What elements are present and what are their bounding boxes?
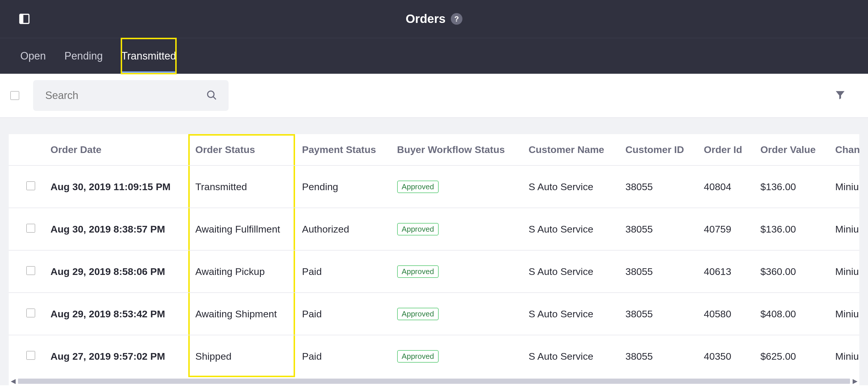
status-badge: Approved [397, 308, 439, 320]
cell-payment-status: Paid [295, 250, 390, 293]
table-row[interactable]: Aug 30, 2019 8:38:57 PMAwaiting Fulfillm… [9, 208, 859, 250]
svg-line-3 [213, 97, 216, 99]
sidebar-toggle-button[interactable] [18, 12, 31, 26]
cell-channel: Minium Full Po [828, 335, 859, 377]
scroll-left-arrow-icon[interactable]: ◀ [9, 378, 18, 385]
cell-payment-status: Pending [295, 166, 390, 208]
cell-customer-id: 38055 [619, 335, 697, 377]
page-title: Orders [406, 12, 445, 26]
column-header[interactable]: Order Id [697, 134, 753, 166]
cell-channel: Minium Full Po [828, 250, 859, 293]
cell-order-id: 40580 [697, 293, 753, 335]
column-header[interactable]: Customer Name [522, 134, 619, 166]
cell-order-status: Shipped [188, 335, 295, 377]
tab-pending[interactable]: Pending [64, 38, 103, 74]
cell-payment-status: Paid [295, 293, 390, 335]
cell-order-date: Aug 30, 2019 11:09:15 PM [43, 166, 188, 208]
row-checkbox[interactable] [26, 266, 35, 275]
panel-left-icon [18, 13, 30, 25]
cell-payment-status: Paid [295, 335, 390, 377]
column-header[interactable]: Payment Status [295, 134, 390, 166]
cell-customer-id: 38055 [619, 208, 697, 250]
cell-channel: Minium Full Po [828, 293, 859, 335]
search-box [33, 80, 228, 111]
svg-rect-1 [20, 14, 23, 24]
row-checkbox-cell [9, 335, 43, 377]
horizontal-scrollbar[interactable]: ◀ ▶ [9, 377, 859, 385]
tab-open[interactable]: Open [20, 38, 46, 74]
cell-order-value: $360.00 [753, 250, 828, 293]
tabs-bar: OpenPendingTransmitted [0, 38, 868, 74]
row-checkbox[interactable] [26, 224, 35, 233]
cell-customer-id: 38055 [619, 250, 697, 293]
cell-order-date: Aug 27, 2019 9:57:02 PM [43, 335, 188, 377]
toolbar [0, 74, 868, 118]
help-icon[interactable]: ? [451, 13, 462, 25]
cell-order-id: 40350 [697, 335, 753, 377]
tab-label: Pending [64, 50, 103, 62]
cell-order-value: $408.00 [753, 293, 828, 335]
cell-customer-id: 38055 [619, 293, 697, 335]
status-badge: Approved [397, 223, 439, 235]
cell-customer-name: S Auto Service [522, 208, 619, 250]
content-area: Order DateOrder StatusPayment StatusBuye… [0, 118, 868, 385]
column-header[interactable]: Order Status [188, 134, 295, 166]
cell-order-status: Awaiting Shipment [188, 293, 295, 335]
status-badge: Approved [397, 265, 439, 278]
table-row[interactable]: Aug 29, 2019 8:53:42 PMAwaiting Shipment… [9, 293, 859, 335]
cell-buyer-workflow-status: Approved [390, 293, 522, 335]
cell-customer-id: 38055 [619, 166, 697, 208]
cell-order-value: $136.00 [753, 208, 828, 250]
row-checkbox[interactable] [26, 351, 35, 360]
column-header[interactable]: Customer ID [619, 134, 697, 166]
row-checkbox-cell [9, 250, 43, 293]
filter-icon[interactable] [834, 89, 846, 102]
cell-buyer-workflow-status: Approved [390, 250, 522, 293]
scroll-track[interactable] [18, 379, 850, 384]
cell-buyer-workflow-status: Approved [390, 166, 522, 208]
app-header: Orders ? [0, 0, 868, 38]
scroll-right-arrow-icon[interactable]: ▶ [850, 378, 859, 385]
column-header[interactable]: Buyer Workflow Status [390, 134, 522, 166]
search-input[interactable] [33, 80, 228, 111]
column-header[interactable]: Order Date [43, 134, 188, 166]
tab-transmitted[interactable]: Transmitted [121, 38, 176, 74]
cell-order-id: 40759 [697, 208, 753, 250]
cell-order-date: Aug 29, 2019 8:58:06 PM [43, 250, 188, 293]
table-row[interactable]: Aug 27, 2019 9:57:02 PMShippedPaidApprov… [9, 335, 859, 377]
cell-order-value: $625.00 [753, 335, 828, 377]
cell-customer-name: S Auto Service [522, 166, 619, 208]
row-checkbox[interactable] [26, 181, 35, 190]
row-checkbox[interactable] [26, 308, 35, 317]
cell-buyer-workflow-status: Approved [390, 208, 522, 250]
cell-customer-name: S Auto Service [522, 335, 619, 377]
tab-label: Transmitted [121, 50, 176, 62]
cell-order-status: Awaiting Pickup [188, 250, 295, 293]
cell-order-date: Aug 29, 2019 8:53:42 PM [43, 293, 188, 335]
cell-buyer-workflow-status: Approved [390, 335, 522, 377]
cell-order-status: Awaiting Fulfillment [188, 208, 295, 250]
table-row[interactable]: Aug 29, 2019 8:58:06 PMAwaiting PickupPa… [9, 250, 859, 293]
column-header[interactable]: Order Value [753, 134, 828, 166]
cell-order-id: 40613 [697, 250, 753, 293]
tab-label: Open [20, 50, 46, 62]
search-icon[interactable] [206, 89, 217, 101]
row-checkbox-cell [9, 208, 43, 250]
cell-order-id: 40804 [697, 166, 753, 208]
cell-customer-name: S Auto Service [522, 293, 619, 335]
column-header[interactable]: Channel [828, 134, 859, 166]
cell-payment-status: Authorized [295, 208, 390, 250]
orders-table: Order DateOrder StatusPayment StatusBuye… [9, 134, 859, 377]
cell-channel: Minium Full Po [828, 166, 859, 208]
table-row[interactable]: Aug 30, 2019 11:09:15 PMTransmittedPendi… [9, 166, 859, 208]
row-checkbox-cell [9, 166, 43, 208]
select-all-checkbox[interactable] [10, 91, 19, 100]
cell-order-value: $136.00 [753, 166, 828, 208]
status-badge: Approved [397, 350, 439, 363]
column-header-checkbox [9, 134, 43, 166]
cell-channel: Minium Full Po [828, 208, 859, 250]
status-badge: Approved [397, 181, 439, 193]
row-checkbox-cell [9, 293, 43, 335]
cell-order-status: Transmitted [188, 166, 295, 208]
cell-order-date: Aug 30, 2019 8:38:57 PM [43, 208, 188, 250]
